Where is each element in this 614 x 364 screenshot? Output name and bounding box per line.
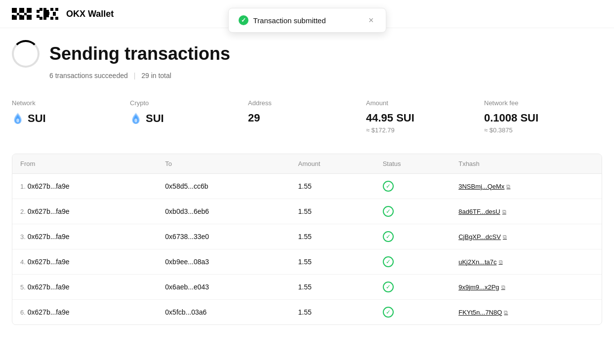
cell-txhash-4: 9x9jm9...x2Pg ⧉ — [450, 275, 602, 300]
cell-from-4: 5. 0x627b...fa9e — [12, 275, 157, 300]
table-row: 6. 0x627b...fa9e 0x5fcb...03a6 1.55 ✓ FK… — [12, 300, 602, 325]
amount-val-5: 1.55 — [298, 308, 311, 316]
cell-amount-1: 1.55 — [290, 199, 374, 224]
svg-rect-11 — [24, 13, 27, 15]
col-txhash: Txhash — [450, 154, 602, 174]
amount-label: Amount — [366, 99, 484, 107]
txhash-link-4[interactable]: 9x9jm9...x2Pg ⧉ — [458, 283, 594, 291]
svg-rect-15 — [40, 17, 42, 20]
col-status: Status — [375, 154, 450, 174]
svg-rect-19 — [46, 15, 49, 17]
amount-val-4: 1.55 — [298, 283, 311, 291]
svg-rect-12 — [37, 10, 40, 13]
fee-value-text: 0.1008 SUI — [484, 112, 538, 124]
transactions-table-container: From To Amount Status Txhash 1. 0x627b..… — [12, 154, 602, 325]
cell-amount-0: 1.55 — [290, 174, 374, 199]
page-title: Sending transactions — [49, 43, 230, 64]
amount-value-text: 44.95 SUI — [366, 112, 414, 124]
external-link-icon-3: ⧉ — [499, 259, 503, 265]
title-section: Sending transactions — [12, 40, 602, 68]
toast-close-button[interactable]: × — [367, 16, 376, 25]
to-addr-1: 0xb0d3...6eb6 — [165, 207, 209, 215]
svg-rect-10 — [22, 10, 24, 13]
cell-to-0: 0x58d5...cc6b — [157, 174, 290, 199]
txhash-text-3: uKj2Xn...ta7c — [458, 258, 496, 266]
cell-to-4: 0x6aeb...e043 — [157, 275, 290, 300]
txhash-link-5[interactable]: FKYt5n...7N8Q ⧉ — [458, 309, 594, 316]
svg-rect-21 — [55, 8, 58, 11]
svg-rect-20 — [50, 8, 53, 11]
sui-crypto-icon — [130, 112, 142, 125]
table-header: From To Amount Status Txhash — [12, 154, 602, 174]
svg-rect-4 — [19, 15, 24, 20]
sui-network-icon — [12, 112, 24, 125]
okx-wordmark — [37, 8, 61, 20]
crypto-value-text: SUI — [146, 112, 164, 125]
external-link-icon-2: ⧉ — [503, 234, 507, 240]
from-addr-1: 0x627b...fa9e — [28, 207, 70, 215]
cell-status-2: ✓ — [375, 224, 450, 249]
address-value-text: 29 — [248, 112, 260, 124]
svg-rect-18 — [46, 10, 49, 12]
cell-from-2: 3. 0x627b...fa9e — [12, 224, 157, 249]
txhash-text-5: FKYt5n...7N8Q — [458, 309, 502, 316]
cell-from-1: 2. 0x627b...fa9e — [12, 199, 157, 224]
external-link-icon-1: ⧉ — [502, 208, 506, 215]
txhash-text-0: 3NSBmj...QeMx — [458, 183, 504, 190]
to-addr-2: 0x6738...33e0 — [165, 233, 209, 241]
txhash-link-1[interactable]: 8ad6TF...desU ⧉ — [458, 208, 594, 215]
fee-value: 0.1008 SUI — [484, 112, 602, 124]
cell-to-2: 0x6738...33e0 — [157, 224, 290, 249]
svg-rect-8 — [14, 10, 17, 13]
table-row: 5. 0x627b...fa9e 0x6aeb...e043 1.55 ✓ 9x… — [12, 275, 602, 300]
txhash-link-3[interactable]: uKj2Xn...ta7c ⧉ — [458, 258, 594, 266]
col-to: To — [157, 154, 290, 174]
amount-val-2: 1.55 — [298, 233, 311, 241]
to-addr-4: 0x6aeb...e043 — [165, 283, 209, 291]
status-success-icon-2: ✓ — [383, 231, 394, 242]
toast-message: Transaction submitted — [253, 16, 362, 25]
txhash-link-0[interactable]: 3NSBmj...QeMx ⧉ — [458, 183, 594, 190]
status-cell-4: ✓ — [383, 282, 443, 292]
from-addr-4: 0x627b...fa9e — [28, 283, 70, 291]
cell-status-4: ✓ — [375, 275, 450, 300]
svg-rect-5 — [27, 15, 32, 20]
total-text: 29 in total — [141, 72, 171, 80]
txhash-text-1: 8ad6TF...desU — [458, 208, 500, 215]
amount-val-3: 1.55 — [298, 258, 311, 266]
from-addr-2: 0x627b...fa9e — [28, 233, 70, 241]
txhash-link-2[interactable]: CjBgXP...dcSV ⧉ — [458, 233, 594, 241]
external-link-icon-0: ⧉ — [506, 183, 510, 190]
row-num-0: 1. — [20, 183, 26, 190]
table-row: 3. 0x627b...fa9e 0x6738...33e0 1.55 ✓ Cj… — [12, 224, 602, 249]
cell-txhash-5: FKYt5n...7N8Q ⧉ — [450, 300, 602, 325]
status-success-icon-1: ✓ — [383, 206, 394, 217]
status-success-icon-5: ✓ — [383, 307, 394, 318]
svg-rect-24 — [55, 17, 58, 20]
svg-rect-23 — [50, 17, 53, 20]
cell-to-5: 0x5fcb...03a6 — [157, 300, 290, 325]
row-num-4: 5. — [20, 283, 26, 291]
svg-rect-3 — [12, 15, 17, 20]
main-content: Sending transactions 6 transactions succ… — [0, 28, 614, 325]
svg-rect-22 — [53, 12, 56, 16]
txhash-text-2: CjBgXP...dcSV — [458, 233, 501, 241]
cell-txhash-2: CjBgXP...dcSV ⧉ — [450, 224, 602, 249]
svg-rect-14 — [40, 8, 42, 11]
amount-val-1: 1.55 — [298, 207, 311, 215]
cell-status-1: ✓ — [375, 199, 450, 224]
row-num-3: 4. — [20, 258, 26, 266]
status-success-icon-4: ✓ — [383, 282, 394, 292]
cell-status-0: ✓ — [375, 174, 450, 199]
logo-text: OKX Wallet — [66, 9, 114, 19]
from-addr-0: 0x627b...fa9e — [28, 182, 70, 190]
cell-amount-4: 1.55 — [290, 275, 374, 300]
loading-spinner — [12, 40, 40, 68]
cell-from-3: 4. 0x627b...fa9e — [12, 249, 157, 275]
table-body: 1. 0x627b...fa9e 0x58d5...cc6b 1.55 ✓ 3N… — [12, 174, 602, 325]
cell-from-0: 1. 0x627b...fa9e — [12, 174, 157, 199]
transactions-succeeded-text: 6 transactions succeeded — [49, 72, 128, 80]
fee-label: Network fee — [484, 99, 602, 107]
subtitle-separator: | — [134, 72, 136, 80]
amount-card: Amount 44.95 SUI ≈ $172.79 — [366, 95, 484, 138]
